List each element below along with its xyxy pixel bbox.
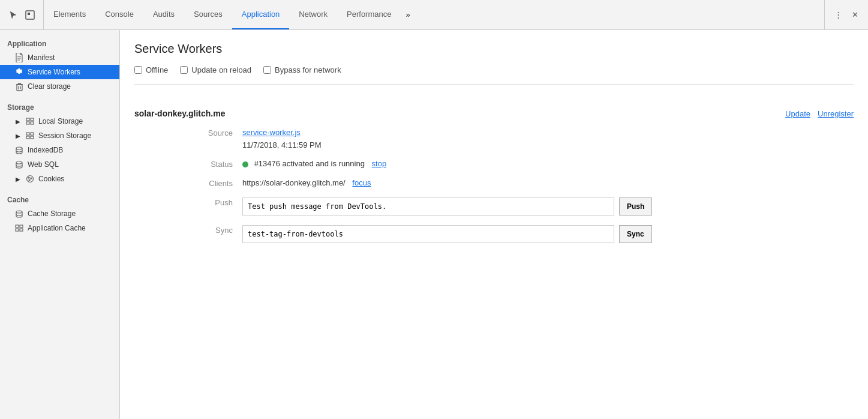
svg-rect-2	[17, 85, 22, 91]
sidebar-item-application-cache[interactable]: Application Cache	[0, 221, 119, 235]
chevron-icon: ▶	[14, 118, 22, 125]
cookies-icon	[25, 174, 35, 184]
svg-rect-21	[20, 225, 23, 228]
status-label: Status	[182, 159, 242, 169]
sidebar-item-cache-storage[interactable]: Cache Storage	[0, 206, 119, 221]
update-on-reload-label: Update on reload	[191, 65, 251, 74]
bypass-for-network-checkbox[interactable]: Bypass for network	[263, 65, 341, 74]
sw-domain-name: solar-donkey.glitch.me	[134, 109, 225, 118]
source-value: service-worker.js 11/7/2018, 4:11:59 PM	[242, 128, 854, 149]
sidebar-item-session-storage[interactable]: ▶ Session Storage	[0, 128, 119, 143]
local-storage-label: Local Storage	[38, 117, 83, 125]
received-value: 11/7/2018, 4:11:59 PM	[242, 140, 854, 149]
gear-icon	[14, 67, 24, 77]
svg-point-13	[16, 147, 22, 149]
tab-network[interactable]: Network	[289, 0, 337, 29]
sw-actions: Update Unregister	[785, 109, 854, 118]
svg-rect-20	[16, 225, 19, 228]
offline-checkbox[interactable]: Offline	[134, 65, 168, 74]
sw-domain-row: solar-donkey.glitch.me Update Unregister	[134, 109, 854, 118]
web-sql-label: Web SQL	[28, 160, 59, 169]
web-sql-icon	[14, 160, 24, 169]
unregister-link[interactable]: Unregister	[818, 109, 854, 118]
svg-point-18	[29, 179, 30, 181]
update-link[interactable]: Update	[785, 109, 810, 118]
sync-input[interactable]	[242, 225, 614, 243]
content-area: Service Workers Offline Update on reload…	[120, 30, 868, 419]
svg-point-15	[27, 176, 34, 182]
sidebar-item-manifest[interactable]: Manifest	[0, 50, 119, 65]
source-label: Source	[182, 128, 242, 149]
chevron-icon: ▶	[14, 175, 22, 182]
update-on-reload-input[interactable]	[180, 66, 188, 74]
svg-point-17	[31, 178, 32, 179]
sidebar-item-indexeddb[interactable]: IndexedDB	[0, 143, 119, 157]
main-layout: Application Manifest Service Workers	[0, 30, 868, 419]
cache-storage-icon	[14, 209, 24, 219]
svg-rect-5	[26, 118, 29, 121]
tab-performance[interactable]: Performance	[337, 0, 401, 29]
sidebar-item-clear-storage[interactable]: Clear storage	[0, 79, 119, 94]
cookies-label: Cookies	[38, 175, 64, 183]
close-icon[interactable]: ✕	[849, 9, 861, 21]
session-storage-label: Session Storage	[38, 131, 91, 140]
tab-console[interactable]: Console	[95, 0, 143, 29]
push-button[interactable]: Push	[619, 197, 652, 216]
sync-button[interactable]: Sync	[619, 225, 652, 243]
cache-storage-label: Cache Storage	[28, 210, 76, 218]
cache-section-title: Cache	[0, 191, 119, 206]
bypass-for-network-label: Bypass for network	[275, 65, 341, 74]
tab-application[interactable]: Application	[232, 0, 290, 29]
clear-storage-label: Clear storage	[28, 82, 71, 91]
service-worker-card: solar-donkey.glitch.me Update Unregister…	[134, 99, 854, 253]
storage-section-title: Storage	[0, 98, 119, 114]
local-storage-icon	[25, 116, 35, 126]
manifest-label: Manifest	[28, 53, 55, 62]
sw-details: Source service-worker.js 11/7/2018, 4:11…	[182, 128, 854, 243]
svg-rect-8	[31, 122, 34, 124]
source-link[interactable]: service-worker.js	[242, 128, 301, 137]
push-input[interactable]	[242, 197, 614, 216]
status-value: #13476 activated and is running stop	[242, 159, 854, 169]
focus-link[interactable]: focus	[352, 178, 371, 187]
sync-value: Sync	[242, 225, 854, 243]
status-text: #13476 activated and is running	[254, 159, 365, 168]
more-tabs-button[interactable]: »	[401, 0, 415, 29]
menu-icon[interactable]: ⋮	[832, 9, 844, 21]
push-label: Push	[182, 197, 242, 216]
session-storage-icon	[25, 131, 35, 140]
tab-audits[interactable]: Audits	[143, 0, 184, 29]
toolbar-icons	[0, 0, 44, 29]
trash-icon	[14, 82, 24, 91]
stop-link[interactable]: stop	[372, 159, 387, 168]
svg-rect-7	[26, 122, 29, 124]
svg-rect-9	[26, 133, 29, 135]
file-icon	[14, 53, 24, 62]
inspect-icon[interactable]	[24, 9, 36, 21]
offline-checkbox-input[interactable]	[134, 66, 142, 74]
options-row: Offline Update on reload Bypass for netw…	[134, 65, 854, 85]
svg-rect-11	[26, 136, 29, 139]
sidebar-item-service-workers[interactable]: Service Workers	[0, 65, 119, 79]
clients-value: https://solar-donkey.glitch.me/ focus	[242, 178, 854, 188]
app-cache-icon	[14, 223, 24, 233]
indexeddb-label: IndexedDB	[28, 146, 63, 154]
clients-url: https://solar-donkey.glitch.me/	[242, 178, 346, 187]
sidebar-item-web-sql[interactable]: Web SQL	[0, 157, 119, 172]
page-title: Service Workers	[134, 42, 854, 56]
svg-rect-1	[28, 13, 30, 15]
offline-label: Offline	[146, 65, 168, 74]
cursor-icon[interactable]	[7, 9, 19, 21]
sidebar-item-cookies[interactable]: ▶ Cookies	[0, 172, 119, 186]
toolbar-tabs: Elements Console Audits Sources Applicat…	[44, 0, 824, 29]
bypass-for-network-input[interactable]	[263, 66, 271, 74]
svg-rect-23	[20, 229, 23, 231]
svg-rect-12	[31, 136, 34, 139]
update-on-reload-checkbox[interactable]: Update on reload	[180, 65, 251, 74]
tab-sources[interactable]: Sources	[184, 0, 232, 29]
tab-elements[interactable]: Elements	[44, 0, 95, 29]
svg-rect-22	[16, 229, 19, 231]
chevron-icon: ▶	[14, 132, 22, 139]
sidebar-item-local-storage[interactable]: ▶ Local Storage	[0, 114, 119, 128]
sidebar: Application Manifest Service Workers	[0, 30, 120, 419]
